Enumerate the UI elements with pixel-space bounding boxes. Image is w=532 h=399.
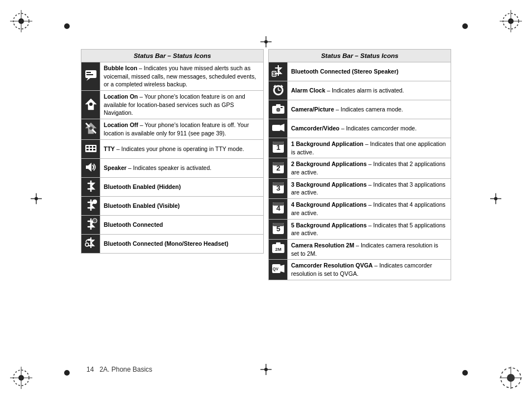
- camera-resolution-icon: 2M: [269, 239, 288, 259]
- table-row: Camcorder/Video – Indicates camcorder mo…: [269, 119, 451, 138]
- table-row: Bluetooth Enabled (Visible): [81, 196, 264, 215]
- svg-text:QV: QV: [272, 267, 278, 271]
- camera-resolution-desc: Camera Resolution 2M – Indicates camera …: [288, 239, 451, 259]
- corner-mark-bl: [10, 367, 32, 389]
- background-app-1-icon: 1: [269, 138, 288, 158]
- svg-rect-65: [280, 107, 283, 108]
- svg-rect-79: [273, 202, 284, 206]
- svg-rect-38: [86, 146, 89, 148]
- table-row: 4 4 Background Applications – Indicates …: [269, 199, 451, 219]
- crosshair-bottom: [260, 364, 272, 377]
- svg-text:2M: 2M: [275, 247, 281, 252]
- bluetooth-connected-icon: [81, 215, 100, 234]
- background-app-5-icon: 5: [269, 219, 288, 239]
- svg-point-49: [93, 218, 97, 223]
- table-row: Bluetooth Connected (Mono/Stereo Headset…: [81, 234, 264, 253]
- crosshair-left: [31, 193, 42, 206]
- table-row: Bluetooth Enabled (Hidden): [81, 177, 264, 196]
- bluetooth-stereo-speaker-icon: [269, 62, 288, 81]
- svg-rect-70: [273, 142, 284, 145]
- camcorder-resolution-desc: Camcorder Resolution QVGA – Indicates ca…: [288, 260, 451, 280]
- svg-rect-85: [276, 242, 280, 245]
- table-row: Location Off – Your phone's location fea…: [81, 119, 264, 139]
- svg-rect-73: [273, 162, 284, 166]
- svg-rect-40: [93, 146, 95, 148]
- bubble-desc: Bubble Icon – Indicates you have missed …: [100, 62, 264, 91]
- svg-rect-30: [86, 72, 91, 73]
- svg-point-21: [264, 368, 268, 371]
- svg-point-18: [264, 40, 268, 43]
- bluetooth-headset-icon: [81, 234, 100, 253]
- speaker-icon: [81, 158, 100, 177]
- tty-icon: [81, 139, 100, 158]
- svg-rect-76: [273, 182, 284, 186]
- bluetooth-visible-desc: Bluetooth Enabled (Visible): [100, 196, 264, 215]
- table-row: Location On – Your phone's location feat…: [81, 91, 264, 119]
- svg-rect-31: [86, 74, 93, 75]
- svg-rect-66: [272, 125, 280, 131]
- speaker-desc: Speaker – Indicates speaker is activated…: [100, 158, 264, 177]
- background-app-3-desc: 3 Background Applications – Indicates th…: [288, 178, 451, 198]
- camcorder-resolution-icon: QV: [269, 260, 288, 280]
- svg-point-54: [273, 73, 275, 75]
- footer: 14 2A. Phone Basics: [86, 366, 152, 373]
- svg-rect-43: [93, 149, 95, 150]
- svg-point-47: [93, 199, 97, 204]
- side-dot-tl: [64, 23, 70, 29]
- svg-marker-87: [280, 265, 284, 273]
- alarm-clock-desc: Alarm Clock – Indicates alarm is activat…: [288, 81, 451, 100]
- side-dot-bl: [64, 370, 70, 376]
- location-on-desc: Location On – Your phone's location feat…: [100, 91, 264, 119]
- svg-marker-44: [86, 163, 91, 172]
- corner-mark-br: [500, 367, 522, 389]
- svg-point-27: [494, 197, 497, 201]
- background-app-2-desc: 2 Background Applications – Indicates th…: [288, 158, 451, 178]
- alarm-clock-icon: [269, 81, 288, 100]
- corner-mark-tl: [10, 10, 32, 32]
- bluetooth-stereo-speaker-desc: Bluetooth Connected (Stereo Speaker): [288, 62, 451, 81]
- svg-rect-82: [273, 223, 284, 226]
- table-row: 3 3 Background Applications – Indicates …: [269, 178, 451, 198]
- table-row: Bluetooth Connected (Stereo Speaker): [269, 62, 451, 81]
- camcorder-desc: Camcorder/Video – Indicates camcorder mo…: [288, 119, 451, 138]
- svg-point-36: [89, 126, 93, 130]
- bluetooth-connected-desc: Bluetooth Connected: [100, 215, 264, 234]
- main-content: Status Bar – Status Icons Bubble Icon –: [81, 49, 451, 363]
- svg-marker-67: [280, 124, 284, 132]
- location-on-icon: [81, 91, 100, 119]
- corner-mark-tr: [500, 10, 522, 32]
- svg-marker-29: [86, 78, 90, 81]
- side-dot-tr: [462, 23, 468, 29]
- background-app-3-icon: 3: [269, 178, 288, 198]
- table-row: 1 1 Background Application – Indicates t…: [269, 138, 451, 158]
- location-off-icon: [81, 119, 100, 139]
- crosshair-right: [490, 193, 501, 206]
- bubble-icon: [81, 62, 100, 91]
- background-app-5-desc: 5 Background Applications – Indicates th…: [288, 219, 451, 239]
- table-row: Camera/Picture – Indicates camera mode.: [269, 100, 451, 119]
- background-app-4-icon: 4: [269, 199, 288, 219]
- background-app-1-desc: 1 Background Application – Indicates tha…: [288, 138, 451, 158]
- svg-rect-64: [276, 104, 280, 106]
- background-app-4-desc: 4 Background Applications – Indicates th…: [288, 199, 451, 219]
- camera-icon: [269, 100, 288, 119]
- svg-point-63: [277, 109, 279, 111]
- crosshair-top: [260, 36, 272, 49]
- side-dot-br: [462, 370, 468, 376]
- svg-point-24: [35, 197, 38, 201]
- location-off-desc: Location Off – Your phone's location fea…: [100, 119, 264, 139]
- bluetooth-headset-desc: Bluetooth Connected (Mono/Stereo Headset…: [100, 234, 264, 253]
- table-row: 2 2 Background Applications – Indicates …: [269, 158, 451, 178]
- table-row: 5 5 Background Applications – Indicates …: [269, 219, 451, 239]
- chapter-title: 2A. Phone Basics: [99, 366, 152, 373]
- page-number: 14: [86, 366, 94, 373]
- svg-point-51: [85, 243, 89, 246]
- table-row: QV Camcorder Resolution QVGA – Indicates…: [269, 260, 451, 280]
- svg-rect-39: [90, 146, 92, 148]
- table-row: 2M Camera Resolution 2M – Indicates came…: [269, 239, 451, 259]
- right-table: Status Bar – Status Icons Bluetooth Conn…: [268, 49, 451, 363]
- tty-desc: TTY – Indicates your phone is operating …: [100, 139, 264, 158]
- svg-point-33: [89, 103, 93, 106]
- bluetooth-hidden-icon: [81, 177, 100, 196]
- table-row: TTY – Indicates your phone is operating …: [81, 139, 264, 158]
